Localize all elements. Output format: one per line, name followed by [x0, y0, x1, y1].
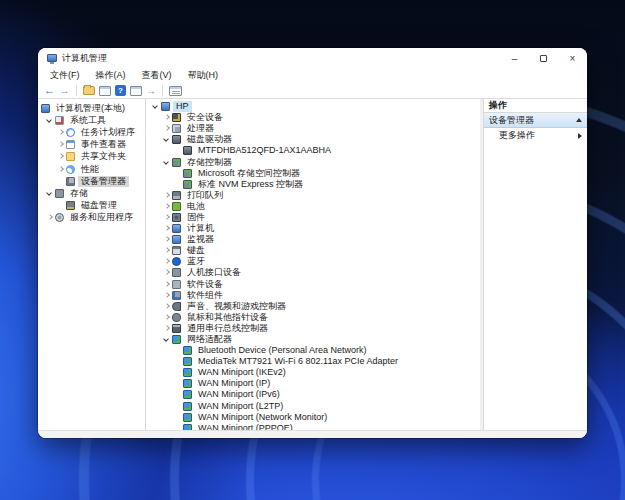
chevron-right-icon[interactable]: [161, 112, 172, 123]
chevron-right-icon[interactable]: [161, 323, 172, 334]
maximize-button[interactable]: [529, 48, 558, 68]
chevron-down-icon[interactable]: [150, 101, 161, 112]
tree-item[interactable]: WAN Miniport (IP): [146, 378, 480, 389]
tree-item-label: Microsoft 存储空间控制器: [195, 168, 303, 179]
chevron-down-icon[interactable]: [44, 188, 55, 199]
export-list-icon[interactable]: →: [146, 85, 156, 96]
tree-item[interactable]: 打印队列: [146, 190, 480, 201]
tree-item[interactable]: 计算机管理(本地): [38, 102, 145, 114]
tree-item[interactable]: 处理器: [146, 123, 480, 134]
tree-item[interactable]: 鼠标和其他指针设备: [146, 312, 480, 323]
network-icon: [183, 379, 192, 388]
up-folder-icon[interactable]: [83, 86, 95, 95]
tree-item[interactable]: 蓝牙: [146, 256, 480, 267]
actions-group-device-manager[interactable]: 设备管理器: [484, 113, 587, 128]
chevron-right-icon[interactable]: [44, 212, 55, 223]
tree-item[interactable]: MTFDHBA512QFD-1AX1AABHA: [146, 145, 480, 156]
menu-view[interactable]: 查看(V): [134, 68, 180, 83]
chevron-right-icon[interactable]: [161, 223, 172, 234]
tree-item[interactable]: 系统工具: [38, 114, 145, 126]
tree-item[interactable]: 监视器: [146, 234, 480, 245]
tree-item[interactable]: 磁盘驱动器: [146, 134, 480, 145]
folder-share-icon: [66, 152, 75, 161]
chevron-right-icon[interactable]: [161, 279, 172, 290]
chevron-spacer: [172, 345, 183, 356]
tree-item[interactable]: 安全设备: [146, 112, 480, 123]
chevron-down-icon[interactable]: [44, 115, 55, 126]
chevron-right-icon[interactable]: [55, 127, 66, 138]
chevron-right-icon[interactable]: [55, 164, 66, 175]
help-icon[interactable]: ?: [115, 85, 126, 96]
tree-item[interactable]: 磁盘管理: [38, 200, 145, 212]
menu-help[interactable]: 帮助(H): [180, 68, 227, 83]
tree-item-label: MTFDHBA512QFD-1AX1AABHA: [195, 145, 334, 156]
tree-item[interactable]: WAN Miniport (Network Monitor): [146, 412, 480, 423]
tree-item[interactable]: 软件组件: [146, 290, 480, 301]
tree-item[interactable]: WAN Miniport (IKEv2): [146, 367, 480, 378]
action-pane-icon[interactable]: [169, 86, 182, 96]
tree-item[interactable]: 通用串行总线控制器: [146, 323, 480, 334]
chevron-right-icon[interactable]: [161, 212, 172, 223]
tree-item[interactable]: 固件: [146, 212, 480, 223]
tree-item[interactable]: 任务计划程序: [38, 126, 145, 138]
tree-item[interactable]: 服务和应用程序: [38, 212, 145, 224]
computer-icon: [161, 102, 170, 111]
minimize-button[interactable]: –: [500, 48, 529, 68]
chevron-right-icon[interactable]: [161, 290, 172, 301]
chevron-spacer: [172, 367, 183, 378]
chevron-right-icon[interactable]: [161, 190, 172, 201]
chevron-down-icon[interactable]: [161, 134, 172, 145]
back-icon[interactable]: ←: [44, 85, 55, 96]
computer-management-window: 计算机管理 – × 文件(F) 操作(A) 查看(V) 帮助(H) ← → ? …: [38, 48, 587, 438]
chevron-right-icon[interactable]: [161, 267, 172, 278]
computer-icon: [172, 224, 181, 233]
title-bar[interactable]: 计算机管理 – ×: [38, 48, 587, 68]
chevron-right-icon[interactable]: [161, 312, 172, 323]
more-actions-item[interactable]: 更多操作: [484, 128, 587, 143]
properties-window-icon[interactable]: [130, 86, 142, 96]
chevron-down-icon[interactable]: [161, 157, 172, 168]
tree-item[interactable]: 声音、视频和游戏控制器: [146, 301, 480, 312]
chevron-right-icon[interactable]: [161, 256, 172, 267]
chevron-right-icon[interactable]: [161, 245, 172, 256]
submenu-arrow-icon: [578, 133, 582, 139]
tree-item[interactable]: 网络适配器: [146, 334, 480, 345]
tree-item-label: 通用串行总线控制器: [184, 323, 271, 334]
tree-item[interactable]: 标准 NVM Express 控制器: [146, 179, 480, 190]
forward-icon[interactable]: →: [59, 85, 70, 96]
tree-item[interactable]: 事件查看器: [38, 139, 145, 151]
chevron-right-icon[interactable]: [161, 123, 172, 134]
tree-item[interactable]: 存储: [38, 187, 145, 199]
tree-item[interactable]: 存储控制器: [146, 156, 480, 167]
chevron-right-icon[interactable]: [161, 234, 172, 245]
tree-item[interactable]: WAN Miniport (PPPOE): [146, 423, 480, 430]
tree-item[interactable]: MediaTek MT7921 Wi-Fi 6 802.11ax PCIe Ad…: [146, 356, 480, 367]
tree-item[interactable]: WAN Miniport (L2TP): [146, 401, 480, 412]
tree-item[interactable]: Bluetooth Device (Personal Area Network): [146, 345, 480, 356]
console-tree-icon[interactable]: [99, 86, 111, 96]
tree-item[interactable]: 人机接口设备: [146, 267, 480, 278]
chevron-right-icon[interactable]: [161, 201, 172, 212]
chevron-right-icon[interactable]: [55, 151, 66, 162]
menu-action[interactable]: 操作(A): [88, 68, 134, 83]
tree-item-label: 鼠标和其他指针设备: [184, 312, 271, 323]
actions-header: 操作: [484, 99, 587, 113]
tree-item-label: WAN Miniport (Network Monitor): [195, 412, 330, 423]
tree-item[interactable]: 电池: [146, 201, 480, 212]
chevron-right-icon[interactable]: [55, 139, 66, 150]
tree-item[interactable]: 设备管理器: [38, 175, 145, 187]
tree-item[interactable]: 软件设备: [146, 279, 480, 290]
tree-item[interactable]: 计算机: [146, 223, 480, 234]
tree-item[interactable]: 共享文件夹: [38, 151, 145, 163]
close-button[interactable]: ×: [558, 48, 587, 68]
chevron-down-icon[interactable]: [161, 334, 172, 345]
tree-item[interactable]: HP: [146, 101, 480, 112]
tree-item[interactable]: 键盘: [146, 245, 480, 256]
tree-item[interactable]: WAN Miniport (IPv6): [146, 389, 480, 400]
collapse-icon[interactable]: [576, 118, 582, 122]
tree-item[interactable]: 性能: [38, 163, 145, 175]
tree-item[interactable]: Microsoft 存储空间控制器: [146, 168, 480, 179]
computer-management-app-icon: [47, 54, 57, 62]
menu-file[interactable]: 文件(F): [42, 68, 88, 83]
chevron-right-icon[interactable]: [161, 301, 172, 312]
